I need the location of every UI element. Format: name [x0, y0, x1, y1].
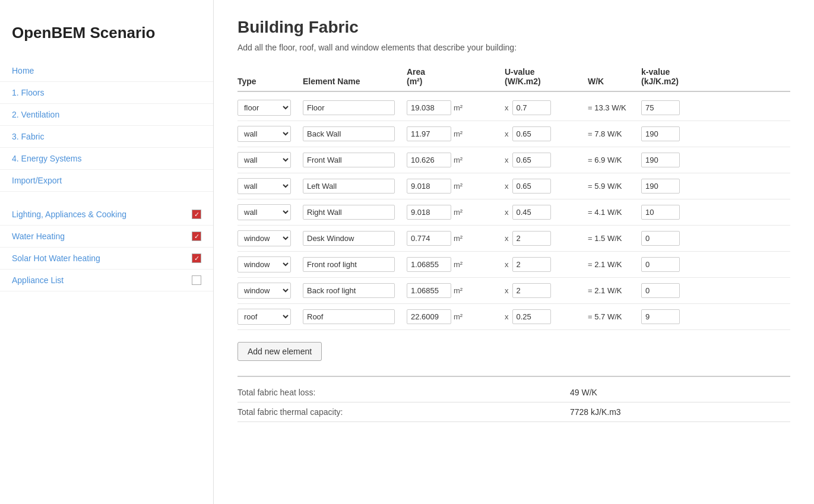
- header-area: Area (m²): [407, 67, 505, 86]
- unit-m2: m²: [454, 182, 463, 191]
- type-select-5[interactable]: floorwallwindowroofparty_wallloft: [237, 230, 291, 246]
- area-input-0[interactable]: [407, 100, 451, 115]
- kvalue-input-1[interactable]: [641, 126, 680, 141]
- type-select-6[interactable]: floorwallwindowroofparty_wallloft: [237, 256, 291, 272]
- name-input-6[interactable]: [303, 257, 395, 272]
- table-header: Type Element Name Area (m²) U-value (W/K…: [237, 67, 790, 92]
- kvalue-input-8[interactable]: [641, 309, 680, 324]
- sidebar-item-energy-systems[interactable]: 4. Energy Systems: [0, 148, 213, 170]
- add-element-button[interactable]: Add new element: [237, 342, 322, 361]
- thermal-capacity-value: 7728 kJ/K.m3: [570, 407, 621, 417]
- wk-value-2: 6.9 W/K: [594, 156, 622, 164]
- app-title: OpenBEM Scenario: [0, 12, 213, 60]
- appliance-list-checkbox[interactable]: [192, 275, 201, 285]
- type-select-7[interactable]: floorwallwindowroofparty_wallloft: [237, 283, 291, 299]
- wk-value-1: 7.8 W/K: [594, 129, 622, 138]
- header-wk: W/K: [588, 77, 641, 86]
- kvalue-input-5[interactable]: [641, 231, 680, 246]
- sidebar-item-appliance-label: Appliance List: [12, 275, 64, 285]
- thermal-capacity-row: Total fabric thermal capacity: 7728 kJ/K…: [237, 402, 790, 422]
- page-description: Add all the floor, roof, wall and window…: [237, 43, 790, 52]
- unit-m2: m²: [454, 156, 463, 164]
- name-input-7[interactable]: [303, 283, 395, 298]
- type-select-2[interactable]: floorwallwindowroofparty_wallloft: [237, 152, 291, 168]
- type-select-3[interactable]: floorwallwindowroofparty_wallloft: [237, 178, 291, 194]
- unit-m2: m²: [454, 103, 463, 112]
- area-input-1[interactable]: [407, 126, 451, 141]
- uvalue-input-7[interactable]: [512, 283, 551, 298]
- equals-symbol: =: [588, 234, 594, 243]
- area-input-6[interactable]: [407, 257, 451, 272]
- name-input-5[interactable]: [303, 231, 395, 246]
- uvalue-input-5[interactable]: [512, 231, 551, 246]
- type-select-4[interactable]: floorwallwindowroofparty_wallloft: [237, 204, 291, 220]
- heat-loss-row: Total fabric heat loss: 49 W/K: [237, 383, 790, 402]
- uvalue-input-8[interactable]: [512, 309, 551, 324]
- sidebar-item-home[interactable]: Home: [0, 60, 213, 82]
- table-row: floorwallwindowroofparty_wallloftm²x= 5.…: [237, 173, 790, 199]
- wk-value-3: 5.9 W/K: [594, 182, 622, 191]
- header-kvalue: k-value (kJ/K.m2): [641, 67, 712, 86]
- kvalue-input-2[interactable]: [641, 153, 680, 167]
- page-title: Building Fabric: [237, 18, 790, 37]
- sidebar-item-ventilation[interactable]: 2. Ventilation: [0, 104, 213, 126]
- sidebar-item-solar-label: Solar Hot Water heating: [12, 253, 100, 263]
- uvalue-input-3[interactable]: [512, 179, 551, 194]
- area-input-7[interactable]: [407, 283, 451, 298]
- multiply-symbol: x: [505, 208, 509, 217]
- kvalue-input-6[interactable]: [641, 257, 680, 272]
- equals-symbol: =: [588, 182, 594, 191]
- area-input-8[interactable]: [407, 309, 451, 324]
- sidebar-item-water-heating-label: Water Heating: [12, 232, 65, 241]
- sidebar-item-lighting[interactable]: Lighting, Appliances & Cooking: [0, 204, 213, 226]
- kvalue-input-4[interactable]: [641, 205, 680, 220]
- name-input-1[interactable]: [303, 126, 395, 141]
- name-input-3[interactable]: [303, 179, 395, 194]
- multiply-symbol: x: [505, 129, 509, 138]
- lighting-checkbox[interactable]: [192, 210, 201, 219]
- type-select-8[interactable]: floorwallwindowroofparty_wallloft: [237, 309, 291, 325]
- table-row: floorwallwindowroofparty_wallloftm²x= 6.…: [237, 147, 790, 173]
- kvalue-input-0[interactable]: [641, 100, 680, 115]
- multiply-symbol: x: [505, 312, 509, 321]
- area-input-3[interactable]: [407, 179, 451, 194]
- name-input-0[interactable]: [303, 100, 395, 115]
- equals-symbol: =: [588, 208, 594, 217]
- unit-m2: m²: [454, 129, 463, 138]
- equals-symbol: =: [588, 129, 594, 138]
- multiply-symbol: x: [505, 156, 509, 164]
- wk-value-0: 13.3 W/K: [594, 103, 626, 112]
- name-input-8[interactable]: [303, 309, 395, 324]
- wk-value-5: 1.5 W/K: [594, 234, 622, 243]
- solar-hot-water-checkbox[interactable]: [192, 253, 201, 263]
- sidebar-item-solar-hot-water[interactable]: Solar Hot Water heating: [0, 248, 213, 270]
- heat-loss-value: 49 W/K: [570, 388, 597, 397]
- area-input-2[interactable]: [407, 153, 451, 167]
- elements-table: floorwallwindowroofparty_wallloftm²x= 13…: [237, 95, 790, 330]
- unit-m2: m²: [454, 286, 463, 295]
- type-select-0[interactable]: floorwallwindowroofparty_wallloft: [237, 100, 291, 116]
- uvalue-input-0[interactable]: [512, 100, 551, 115]
- uvalue-input-4[interactable]: [512, 205, 551, 220]
- wk-value-6: 2.1 W/K: [594, 260, 622, 269]
- table-row: floorwallwindowroofparty_wallloftm²x= 2.…: [237, 252, 790, 278]
- water-heating-checkbox[interactable]: [192, 232, 201, 241]
- name-input-2[interactable]: [303, 153, 395, 167]
- uvalue-input-6[interactable]: [512, 257, 551, 272]
- kvalue-input-7[interactable]: [641, 283, 680, 298]
- sidebar-item-import-export[interactable]: Import/Export: [0, 170, 213, 192]
- name-input-4[interactable]: [303, 205, 395, 220]
- unit-m2: m²: [454, 260, 463, 269]
- sidebar-item-water-heating[interactable]: Water Heating: [0, 226, 213, 248]
- area-input-5[interactable]: [407, 231, 451, 246]
- type-select-1[interactable]: floorwallwindowroofparty_wallloft: [237, 126, 291, 142]
- thermal-capacity-label: Total fabric thermal capacity:: [237, 407, 570, 417]
- kvalue-input-3[interactable]: [641, 179, 680, 194]
- sidebar-item-appliance-list[interactable]: Appliance List: [0, 270, 213, 291]
- wk-value-8: 5.7 W/K: [594, 312, 622, 321]
- sidebar-item-fabric[interactable]: 3. Fabric: [0, 126, 213, 148]
- sidebar-item-floors[interactable]: 1. Floors: [0, 82, 213, 104]
- uvalue-input-2[interactable]: [512, 153, 551, 167]
- area-input-4[interactable]: [407, 205, 451, 220]
- uvalue-input-1[interactable]: [512, 126, 551, 141]
